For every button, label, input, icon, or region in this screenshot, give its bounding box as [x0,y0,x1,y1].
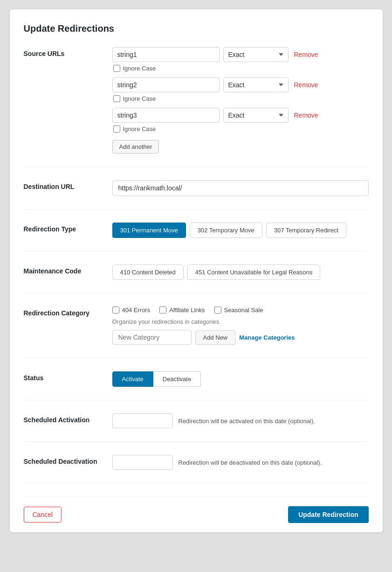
match-select-2[interactable]: ExactContainsStarts WithEnds WithRegex [223,77,289,92]
category-hint-text: Organize your redirections in categories… [112,318,369,325]
type-button-302[interactable]: 302 Temporary Move [190,223,262,238]
new-category-input[interactable] [112,330,192,345]
card-footer: Cancel Update Redirection [24,496,369,523]
destination-url-label: Destination URL [24,180,112,190]
scheduled-activation-content: Redirection will be activated on this da… [112,413,369,428]
source-urls-label: Source URLs [24,47,112,57]
maintenance-code-content: 410 Content Deleted 451 Content Unavaila… [112,265,369,280]
source-urls-section: Source URLs ExactContainsStarts WithEnds… [24,47,369,167]
redirection-category-label: Redirection Category [24,307,112,317]
scheduled-activation-input[interactable] [112,413,173,428]
add-another-button[interactable]: Add another [112,140,159,153]
ignore-case-label-2: Ignore Case [123,95,156,102]
source-urls-content: ExactContainsStarts WithEnds WithRegex R… [112,47,369,153]
scheduled-deactivation-hint: Redirection will be deactivated on this … [179,459,322,466]
remove-button-1[interactable]: Remove [292,51,320,58]
ignore-case-row-1: Ignore Case [113,65,369,72]
category-label-seasonal-sale: Seasonal Sale [224,307,263,314]
maintenance-code-group: 410 Content Deleted 451 Content Unavaila… [112,265,369,280]
scheduled-activation-label: Scheduled Activation [24,413,112,424]
category-checkbox-seasonal-sale[interactable] [214,307,221,314]
activate-button[interactable]: Activate [112,371,153,387]
category-checkbox-affiliate-links[interactable] [159,307,166,314]
category-add-row: Add New Manage Categories [112,330,369,345]
scheduled-deactivation-input[interactable] [112,455,173,470]
match-select-3[interactable]: ExactContainsStarts WithEnds WithRegex [223,108,289,123]
source-url-input-2[interactable] [112,77,220,92]
source-url-input-3[interactable] [112,108,220,123]
cancel-button[interactable]: Cancel [24,507,62,523]
maintenance-button-410[interactable]: 410 Content Deleted [112,265,184,280]
category-checkboxes-group: 404 Errors Affiliate Links Seasonal Sale [112,307,369,314]
ignore-case-checkbox-3[interactable] [113,126,120,133]
ignore-case-row-2: Ignore Case [113,95,369,102]
type-button-301[interactable]: 301 Permanent Move [112,223,186,238]
destination-url-content [112,180,369,196]
scheduled-deactivation-content: Redirection will be deactivated on this … [112,455,369,470]
redirection-type-content: 301 Permanent Move 302 Temporary Move 30… [112,223,369,238]
source-url-input-1[interactable] [112,47,220,62]
category-affiliate-links: Affiliate Links [159,307,205,314]
type-button-307[interactable]: 307 Temporary Redirect [266,223,347,238]
scheduled-activation-hint: Redirection will be activated on this da… [179,418,315,425]
scheduled-deactivation-row: Redirection will be deactivated on this … [112,455,369,470]
ignore-case-label-1: Ignore Case [123,65,156,72]
category-label-404-errors: 404 Errors [122,307,151,314]
deactivate-button[interactable]: Deactivate [153,371,201,387]
ignore-case-checkbox-2[interactable] [113,95,120,102]
scheduled-activation-row: Redirection will be activated on this da… [112,413,369,428]
ignore-case-row-3: Ignore Case [113,126,369,133]
redirection-type-label: Redirection Type [24,223,112,233]
add-new-button[interactable]: Add New [195,330,236,345]
category-label-affiliate-links: Affiliate Links [169,307,205,314]
category-404-errors: 404 Errors [112,307,151,314]
redirection-category-content: 404 Errors Affiliate Links Seasonal Sale… [112,307,369,345]
source-url-row-1: ExactContainsStarts WithEnds WithRegex R… [112,47,369,62]
remove-button-3[interactable]: Remove [292,112,320,119]
redirection-type-section: Redirection Type 301 Permanent Move 302 … [24,223,369,251]
match-select-1[interactable]: ExactContainsStarts WithEnds WithRegex [223,47,289,62]
maintenance-button-451[interactable]: 451 Content Unavailable for Legal Reason… [187,265,321,280]
maintenance-code-label: Maintenance Code [24,265,112,275]
status-label: Status [24,371,112,382]
category-checkbox-404-errors[interactable] [112,307,119,314]
status-content: Activate Deactivate [112,371,369,387]
remove-button-2[interactable]: Remove [292,81,320,89]
redirection-category-section: Redirection Category 404 Errors Affiliat… [24,307,369,358]
source-url-row-2: ExactContainsStarts WithEnds WithRegex R… [112,77,369,92]
manage-categories-link[interactable]: Manage Categories [239,334,295,341]
page-title: Update Redirections [24,23,369,34]
redirection-type-group: 301 Permanent Move 302 Temporary Move 30… [112,223,369,238]
status-section: Status Activate Deactivate [24,371,369,400]
update-redirection-button[interactable]: Update Redirection [288,506,368,523]
update-redirections-card: Update Redirections Source URLs ExactCon… [10,9,383,532]
status-button-group: Activate Deactivate [112,371,369,387]
category-seasonal-sale: Seasonal Sale [214,307,263,314]
destination-url-section: Destination URL [24,180,369,209]
source-url-row-3: ExactContainsStarts WithEnds WithRegex R… [112,108,369,123]
destination-url-input[interactable] [112,180,369,196]
scheduled-activation-section: Scheduled Activation Redirection will be… [24,413,369,442]
scheduled-deactivation-section: Scheduled Deactivation Redirection will … [24,455,369,483]
ignore-case-checkbox-1[interactable] [113,65,120,72]
maintenance-code-section: Maintenance Code 410 Content Deleted 451… [24,265,369,293]
ignore-case-label-3: Ignore Case [123,126,156,133]
scheduled-deactivation-label: Scheduled Deactivation [24,455,112,465]
